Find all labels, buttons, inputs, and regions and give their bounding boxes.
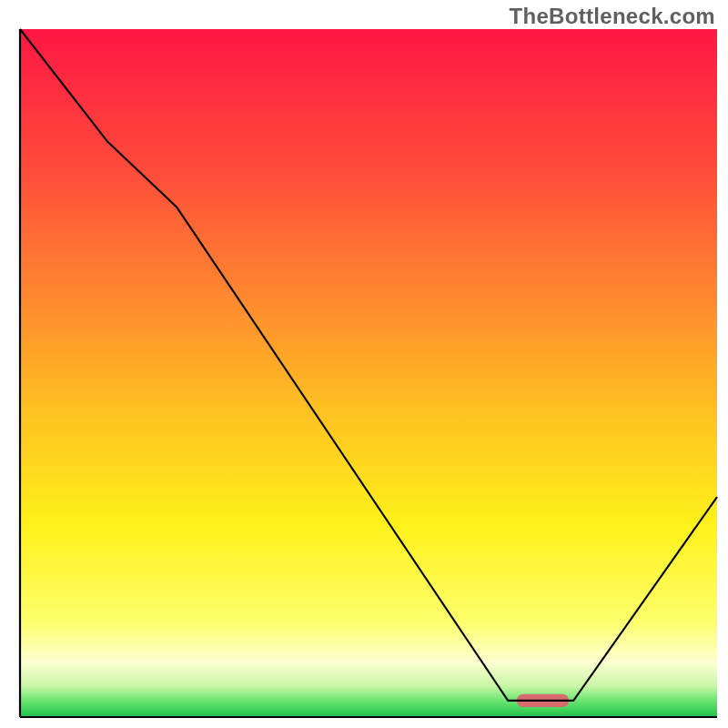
plot-background [20,29,717,717]
watermark-text: TheBottleneck.com [510,4,715,29]
chart-frame: TheBottleneck.com [0,0,728,728]
bottleneck-plot [0,0,728,728]
